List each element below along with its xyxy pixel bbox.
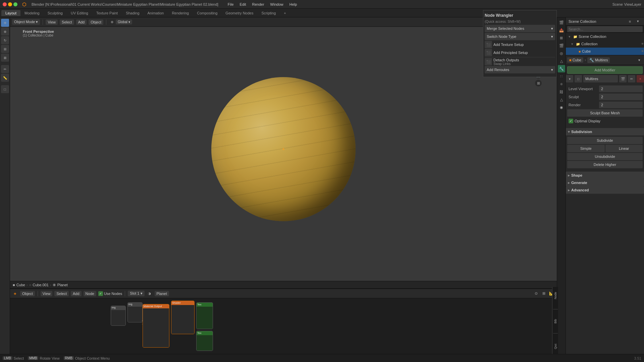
nw-switch-type-dropdown[interactable]: Switch Node Type ▾ bbox=[485, 33, 555, 40]
tab-scripting[interactable]: Scripting bbox=[257, 10, 280, 16]
modifier-expand-btn[interactable]: ▾ bbox=[566, 75, 573, 82]
viewport-add-btn[interactable]: Add bbox=[76, 19, 87, 25]
sculpt-base-mesh-btn[interactable]: Sculpt Base Mesh bbox=[567, 109, 643, 117]
tool-measure[interactable]: 📏 bbox=[1, 74, 9, 82]
menu-edit[interactable]: Edit bbox=[237, 2, 249, 7]
prop-tab-scene[interactable]: 🎬 bbox=[558, 42, 565, 49]
use-nodes-checkbox[interactable]: ✓ bbox=[98, 291, 103, 296]
nw-add-texture-label[interactable]: Add Texture Setup bbox=[493, 43, 524, 47]
nw-bib-tab[interactable]: Bib bbox=[554, 319, 557, 323]
collection-eye-icon[interactable]: 👁 bbox=[641, 42, 644, 46]
prop-tab-material[interactable]: ◉ bbox=[558, 104, 565, 111]
tool-scale[interactable]: ⊞ bbox=[1, 45, 9, 53]
outliner-item-scene-collection[interactable]: ▾ 📁 Scene Collection bbox=[566, 33, 644, 40]
prop-tab-object[interactable]: △ bbox=[558, 57, 565, 65]
nw-detach-label[interactable]: Detach Outputs bbox=[493, 58, 519, 62]
outliner-options-btn[interactable]: ▾ bbox=[635, 18, 641, 25]
breadcrumb-cube-label[interactable]: Cube bbox=[16, 283, 25, 287]
tab-add[interactable]: + bbox=[280, 10, 290, 16]
viewport-global-mode[interactable]: ⊕ bbox=[109, 19, 115, 25]
modifier-checkbox-btn[interactable]: □ bbox=[575, 75, 582, 82]
menu-window[interactable]: Window bbox=[268, 2, 286, 7]
prop-tab-physics[interactable]: ⚛ bbox=[558, 80, 565, 88]
menu-help[interactable]: Help bbox=[287, 2, 300, 7]
tab-rendering[interactable]: Rendering bbox=[168, 10, 193, 16]
ne-slot-btn[interactable]: Slot 1 ▾ bbox=[128, 291, 144, 296]
prop-tab-data[interactable]: △ bbox=[558, 96, 565, 103]
sculpt-value[interactable]: 2 bbox=[599, 94, 643, 100]
node-canvas[interactable]: img img Material Output Shader bbox=[10, 299, 557, 362]
cm-options-btn[interactable]: ▾ bbox=[636, 57, 643, 63]
add-modifier-btn[interactable]: Add Modifier bbox=[567, 66, 643, 74]
menu-render[interactable]: Render bbox=[250, 2, 267, 7]
modifier-close-btn[interactable]: × bbox=[637, 75, 644, 82]
render-value[interactable]: 2 bbox=[599, 102, 643, 108]
modifier-edit-btn[interactable]: ✏ bbox=[628, 75, 635, 82]
viewport-view-btn[interactable]: View bbox=[46, 19, 58, 25]
tab-shading[interactable]: Shading bbox=[122, 10, 143, 16]
window-minimize-btn[interactable] bbox=[8, 2, 12, 6]
prop-tab-modifier[interactable]: 🔧 bbox=[558, 65, 565, 72]
breadcrumb-multires-item[interactable]: 🔧 Multires bbox=[587, 57, 610, 63]
level-viewport-value[interactable]: 2 bbox=[599, 85, 643, 92]
advanced-section-header[interactable]: ▸ Advanced bbox=[566, 186, 644, 194]
tool-rotate[interactable]: ↻ bbox=[1, 36, 9, 44]
generate-section-header[interactable]: ▸ Generate bbox=[566, 179, 644, 186]
prop-tab-constraint[interactable]: ⛓ bbox=[558, 88, 565, 96]
tab-compositing[interactable]: Compositing bbox=[193, 10, 221, 16]
viewport-mode-btn[interactable]: Object Mode ▾ bbox=[12, 19, 40, 25]
nw-quc-tab[interactable]: Quc bbox=[554, 344, 557, 349]
gizmo-grid[interactable]: ⊞ bbox=[535, 80, 542, 86]
tool-annotate[interactable]: ✏ bbox=[1, 65, 9, 73]
subdivide-btn[interactable]: Subdivide bbox=[567, 137, 643, 144]
viewport-3d[interactable]: Object Mode ▾ View Select Add Object ⊕ G… bbox=[10, 17, 557, 281]
prop-tab-render[interactable]: 🎬 bbox=[558, 19, 565, 26]
tool-add-cube[interactable]: □ bbox=[1, 85, 9, 93]
ne-material-btn[interactable]: Planet bbox=[155, 291, 169, 296]
tab-sculpting[interactable]: Sculpting bbox=[44, 10, 67, 16]
modifier-render-btn[interactable]: 🎬 bbox=[619, 75, 627, 82]
ne-view-btn[interactable]: View bbox=[41, 291, 53, 296]
ne-add-btn[interactable]: Add bbox=[71, 291, 82, 296]
ne-object-btn[interactable]: Object bbox=[20, 291, 35, 296]
tab-layout[interactable]: Layout bbox=[1, 10, 20, 16]
optimal-display-checkbox[interactable]: ✓ bbox=[569, 119, 573, 123]
tab-geometry-nodes[interactable]: Geometry Nodes bbox=[221, 10, 257, 16]
nw-add-principled-label[interactable]: Add Principled Setup bbox=[493, 51, 528, 55]
window-maximize-btn[interactable] bbox=[13, 2, 17, 6]
subdivision-header[interactable]: ▾ Subdivision bbox=[566, 128, 644, 135]
prop-tab-particles[interactable]: ∷ bbox=[558, 73, 565, 80]
prop-tab-world[interactable]: ◎ bbox=[558, 50, 565, 57]
breadcrumb-cube001[interactable]: Cube.001 bbox=[33, 283, 49, 287]
cube-eye-icon[interactable]: 👁 bbox=[641, 50, 644, 53]
tool-cursor[interactable]: ✛ bbox=[1, 19, 9, 27]
unsubdivide-btn[interactable]: Unsubdivide bbox=[567, 153, 643, 160]
prop-tab-output[interactable]: 📤 bbox=[558, 26, 565, 34]
viewport-global-btn[interactable]: Global ▾ bbox=[116, 19, 132, 24]
ne-icon2[interactable]: ⊞ bbox=[540, 290, 547, 297]
delete-higher-btn[interactable]: Delete Higher bbox=[567, 161, 643, 168]
tab-animation[interactable]: Animation bbox=[144, 10, 168, 16]
breadcrumb-planet[interactable]: Planet bbox=[57, 283, 68, 287]
viewport-select-btn[interactable]: Select bbox=[60, 19, 74, 25]
tab-texture-paint[interactable]: Texture Paint bbox=[92, 10, 122, 16]
linear-btn[interactable]: Linear bbox=[605, 145, 643, 152]
outliner-item-cube[interactable]: ■ Cube 👁 bbox=[566, 48, 644, 55]
window-close-btn[interactable] bbox=[3, 2, 7, 6]
ne-icon1[interactable]: ⊙ bbox=[533, 290, 539, 297]
outliner-filter-btn[interactable]: ≡ bbox=[627, 18, 633, 25]
nw-node-tab[interactable]: Node bbox=[554, 292, 557, 299]
ne-select-btn[interactable]: Select bbox=[54, 291, 69, 296]
tool-transform[interactable]: ⊠ bbox=[1, 54, 9, 62]
prop-tab-view-layer[interactable]: ⊞ bbox=[558, 34, 565, 42]
menu-file[interactable]: File bbox=[225, 2, 236, 7]
nw-swap-label[interactable]: Swap Links bbox=[493, 62, 519, 66]
shape-section-header[interactable]: ▸ Shape bbox=[566, 172, 644, 179]
outliner-search-input[interactable] bbox=[567, 26, 643, 32]
tool-move[interactable]: ⊕ bbox=[1, 27, 9, 36]
viewport-object-btn[interactable]: Object bbox=[89, 19, 103, 25]
outliner-item-collection[interactable]: ▾ 📁 Collection 👁 bbox=[566, 40, 644, 48]
tab-uv-editing[interactable]: UV Editing bbox=[67, 10, 92, 16]
breadcrumb-cube[interactable]: ■ bbox=[13, 283, 15, 287]
breadcrumb-cube-item[interactable]: ■ Cube bbox=[567, 57, 583, 63]
